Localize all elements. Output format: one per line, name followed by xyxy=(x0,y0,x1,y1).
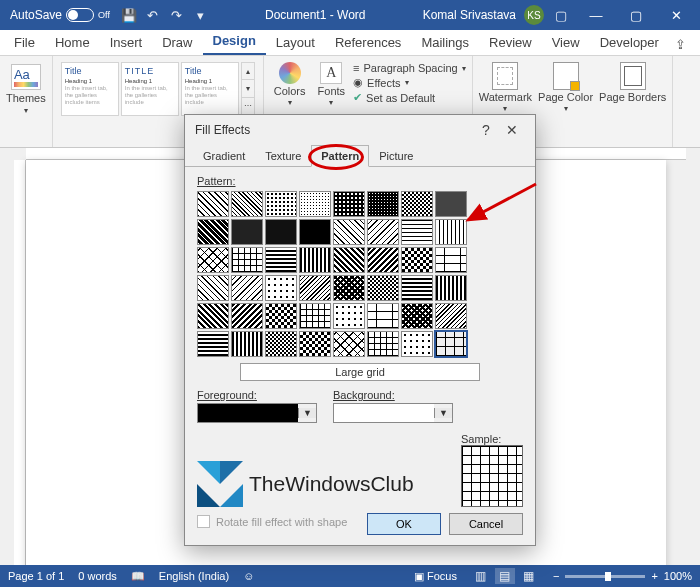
tab-mailings[interactable]: Mailings xyxy=(411,30,479,55)
tab-texture[interactable]: Texture xyxy=(255,145,311,167)
word-count[interactable]: 0 words xyxy=(78,570,117,582)
spellcheck-icon[interactable]: 📖 xyxy=(131,570,145,583)
dialog-close-button[interactable]: ✕ xyxy=(499,117,525,143)
cancel-button[interactable]: Cancel xyxy=(449,513,523,535)
pattern-swatch[interactable] xyxy=(435,191,467,217)
pattern-swatch[interactable] xyxy=(299,247,331,273)
pattern-swatch[interactable] xyxy=(197,191,229,217)
tab-layout[interactable]: Layout xyxy=(266,30,325,55)
tab-draw[interactable]: Draw xyxy=(152,30,202,55)
pattern-swatch[interactable] xyxy=(401,303,433,329)
pattern-swatch[interactable] xyxy=(435,303,467,329)
pattern-swatch[interactable] xyxy=(333,247,365,273)
accessibility-icon[interactable]: ☺ xyxy=(243,570,254,582)
pattern-swatch[interactable] xyxy=(197,219,229,245)
tab-view[interactable]: View xyxy=(542,30,590,55)
tab-insert[interactable]: Insert xyxy=(100,30,153,55)
share-icon[interactable]: ⇪ xyxy=(669,33,693,55)
autosave-toggle[interactable]: AutoSave Off xyxy=(10,8,110,22)
effects-button[interactable]: ◉Effects▾ xyxy=(353,76,466,89)
pattern-swatch[interactable] xyxy=(333,219,365,245)
style-preview[interactable]: TitleHeading 1In the insert tab, the gal… xyxy=(181,62,239,116)
pattern-swatch[interactable] xyxy=(435,247,467,273)
pattern-swatch[interactable] xyxy=(299,303,331,329)
pattern-swatch[interactable] xyxy=(231,275,263,301)
tab-design[interactable]: Design xyxy=(203,28,266,55)
pattern-swatch[interactable] xyxy=(265,275,297,301)
tab-pattern[interactable]: Pattern xyxy=(311,145,369,167)
pattern-swatch[interactable] xyxy=(401,219,433,245)
pattern-swatch[interactable] xyxy=(197,303,229,329)
user-area[interactable]: Komal Srivastava KS xyxy=(423,5,544,25)
tab-developer[interactable]: Developer xyxy=(590,30,669,55)
pattern-swatch[interactable] xyxy=(401,331,433,357)
tab-review[interactable]: Review xyxy=(479,30,542,55)
undo-icon[interactable]: ↶ xyxy=(146,8,160,22)
pattern-swatch[interactable] xyxy=(231,303,263,329)
qat-dropdown-icon[interactable]: ▾ xyxy=(194,8,208,22)
toggle-off-icon[interactable] xyxy=(66,8,94,22)
pattern-swatch[interactable] xyxy=(265,247,297,273)
pattern-swatch[interactable] xyxy=(435,331,467,357)
fonts-button[interactable]: AFonts▾ xyxy=(314,60,350,109)
pattern-swatch[interactable] xyxy=(333,331,365,357)
read-mode-icon[interactable]: ▥ xyxy=(471,568,491,584)
dialog-help-button[interactable]: ? xyxy=(473,117,499,143)
tab-picture[interactable]: Picture xyxy=(369,145,423,167)
language-indicator[interactable]: English (India) xyxy=(159,570,229,582)
page-color-button[interactable]: Page Color▾ xyxy=(538,60,593,145)
pattern-swatch[interactable] xyxy=(231,331,263,357)
pattern-swatch[interactable] xyxy=(299,275,331,301)
page-borders-button[interactable]: Page Borders xyxy=(599,60,666,145)
minimize-button[interactable]: — xyxy=(576,0,616,30)
pattern-swatch[interactable] xyxy=(401,275,433,301)
close-button[interactable]: ✕ xyxy=(656,0,696,30)
ribbon-options-icon[interactable]: ▢ xyxy=(554,8,568,22)
pattern-swatch[interactable] xyxy=(367,303,399,329)
pattern-swatch[interactable] xyxy=(435,275,467,301)
zoom-out-icon[interactable]: − xyxy=(553,570,559,582)
pattern-swatch[interactable] xyxy=(265,191,297,217)
redo-icon[interactable]: ↷ xyxy=(170,8,184,22)
pattern-swatch[interactable] xyxy=(367,219,399,245)
pattern-swatch[interactable] xyxy=(265,331,297,357)
ok-button[interactable]: OK xyxy=(367,513,441,535)
style-preview[interactable]: TITLEHeading 1In the insert tab, the gal… xyxy=(121,62,179,116)
foreground-color-combo[interactable]: ▼ xyxy=(197,403,317,423)
tab-file[interactable]: File xyxy=(4,30,45,55)
pattern-swatch[interactable] xyxy=(265,303,297,329)
pattern-swatch[interactable] xyxy=(197,275,229,301)
pattern-swatch[interactable] xyxy=(435,219,467,245)
focus-mode[interactable]: ▣ Focus xyxy=(414,570,457,583)
tab-references[interactable]: References xyxy=(325,30,411,55)
print-layout-icon[interactable]: ▤ xyxy=(495,568,515,584)
pattern-swatch[interactable] xyxy=(231,191,263,217)
zoom-in-icon[interactable]: + xyxy=(651,570,657,582)
web-layout-icon[interactable]: ▦ xyxy=(519,568,539,584)
pattern-swatch[interactable] xyxy=(333,275,365,301)
paragraph-spacing-button[interactable]: ≡Paragraph Spacing▾ xyxy=(353,62,466,74)
pattern-swatch[interactable] xyxy=(333,191,365,217)
pattern-swatch[interactable] xyxy=(197,331,229,357)
pattern-swatch[interactable] xyxy=(333,303,365,329)
style-gallery[interactable]: TitleHeading 1In the insert tab, the gal… xyxy=(59,60,257,118)
pattern-swatch[interactable] xyxy=(265,219,297,245)
pattern-swatch[interactable] xyxy=(401,247,433,273)
save-icon[interactable]: 💾 xyxy=(122,8,136,22)
pattern-swatch[interactable] xyxy=(299,191,331,217)
zoom-control[interactable]: − + 100% xyxy=(553,570,692,582)
pattern-swatch[interactable] xyxy=(197,247,229,273)
pattern-swatch[interactable] xyxy=(367,247,399,273)
colors-button[interactable]: Colors▾ xyxy=(270,60,310,109)
style-preview[interactable]: TitleHeading 1In the insert tab, the gal… xyxy=(61,62,119,116)
pattern-swatch[interactable] xyxy=(231,247,263,273)
zoom-level[interactable]: 100% xyxy=(664,570,692,582)
pattern-swatch[interactable] xyxy=(299,219,331,245)
pattern-swatch[interactable] xyxy=(401,191,433,217)
tab-home[interactable]: Home xyxy=(45,30,100,55)
dialog-titlebar[interactable]: Fill Effects ? ✕ xyxy=(185,115,535,145)
pattern-swatch[interactable] xyxy=(299,331,331,357)
gallery-scroll[interactable]: ▴▾⋯ xyxy=(241,62,255,116)
pattern-swatch[interactable] xyxy=(367,331,399,357)
maximize-button[interactable]: ▢ xyxy=(616,0,656,30)
